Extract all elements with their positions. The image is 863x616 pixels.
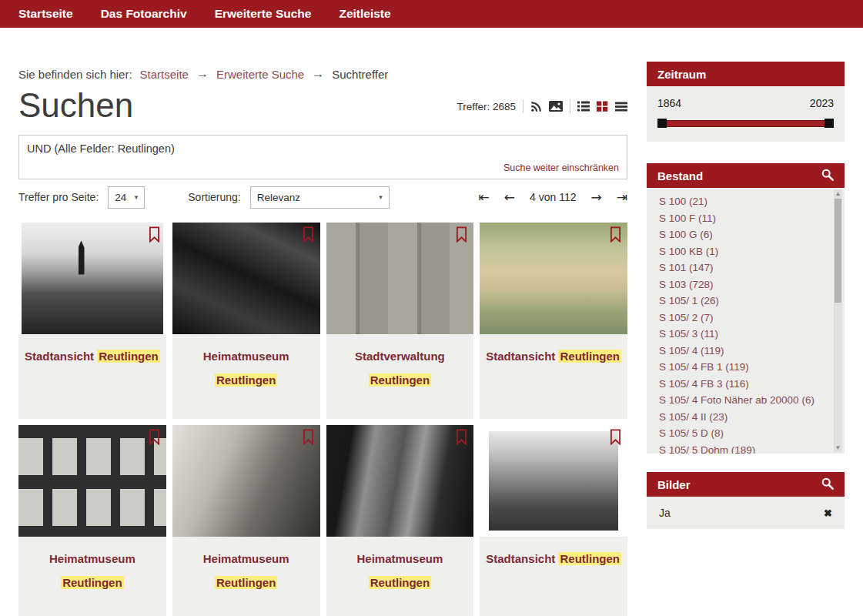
bestand-facet-item[interactable]: S 100 KB (1) [659,243,828,260]
caption-text: Heimatmuseum [331,552,470,567]
first-page-button[interactable]: ⇤ [479,191,490,204]
result-photo[interactable] [18,425,166,537]
photo-area [172,223,320,334]
bestand-facet-item[interactable]: S 105/ 4 FB 3 (116) [659,376,828,393]
bookmark-icon[interactable] [455,429,468,448]
bestand-facet-item[interactable]: S 105/ 5 D (8) [659,425,828,442]
result-photo[interactable] [22,223,163,334]
bestand-header: Bestand [647,163,845,188]
bestand-facet-item[interactable]: S 105/ 4 II (23) [659,409,828,426]
zeitraum-min-year: 1864 [657,97,681,109]
bilder-title: Bilder [657,478,691,491]
scrollbar[interactable]: ▲ ▼ [834,189,842,452]
bestand-facet-item[interactable]: S 105/ 5 Dohm (189) [659,442,828,454]
bilder-panel: Bilder Ja ✖ [647,472,845,529]
result-tile[interactable]: Heimatmuseum Reutlingen [18,425,166,616]
result-photo[interactable] [326,425,474,537]
result-tile[interactable]: Heimatmuseum Reutlingen [172,425,320,616]
next-page-button[interactable]: → [591,191,602,204]
result-tile[interactable]: Stadtansicht Reutlingen [480,223,627,419]
caption-highlight: Reutlingen [215,576,278,589]
caption-text: Heimatmuseum [23,552,162,567]
scrollbar-thumb[interactable] [835,199,841,303]
result-caption: Heimatmuseum Reutlingen [172,334,320,419]
bestand-facet-item[interactable]: S 105/ 4 Foto Näher ab 20000 (6) [659,392,828,409]
zeitraum-title: Zeitraum [657,68,706,81]
bestand-facet-item[interactable]: S 100 F (11) [659,210,828,227]
breadcrumb-link-erweiterte-suche[interactable]: Erweiterte Suche [216,68,304,81]
result-photo[interactable] [172,425,320,537]
nav-item[interactable]: Zeitleiste [339,7,390,21]
bestand-facet-item[interactable]: S 105/ 4 FB 1 (119) [659,359,828,376]
bestand-facet-item[interactable]: S 100 (21) [659,193,828,210]
bestand-facet-item[interactable]: S 105/ 1 (26) [659,293,828,310]
previous-page-button[interactable]: ← [504,191,515,204]
rows-view-icon[interactable] [615,102,627,112]
scroll-down-icon[interactable]: ▼ [834,444,842,452]
zeitraum-slider-handle-max[interactable] [825,119,834,128]
grid-view-icon[interactable] [597,101,608,112]
breadcrumb-link-startseite[interactable]: Startseite [140,68,189,81]
bestand-facet-item[interactable]: S 103 (728) [659,276,828,293]
bestand-facet-item[interactable]: S 105/ 2 (7) [659,310,828,326]
result-tile[interactable]: Stadtansicht Reutlingen [18,223,166,419]
zeitraum-slider-track[interactable] [657,120,834,127]
bestand-facet-item[interactable]: S 105/ 4 (119) [659,343,828,360]
toolbar-divider [570,99,570,113]
list-view-icon[interactable] [577,101,590,112]
bestand-facet-item[interactable]: S 101 (147) [659,259,828,276]
bookmark-icon[interactable] [609,429,622,448]
photo-area [18,425,166,537]
nav-item[interactable]: Das Fotoarchiv [101,7,187,21]
result-photo[interactable] [172,223,320,334]
search-icon[interactable] [821,169,834,183]
result-tile[interactable]: Heimatmuseum Reutlingen [172,223,320,419]
caption-text: Stadtansicht [486,350,555,363]
nav-item[interactable]: Startseite [18,7,73,21]
bestand-facet-item[interactable]: S 100 G (6) [659,226,828,243]
result-caption: Heimatmuseum Reutlingen [18,537,166,616]
bookmark-icon[interactable] [302,226,315,246]
result-caption: Stadtansicht Reutlingen [480,334,627,419]
result-photo[interactable] [480,223,627,334]
bookmark-icon[interactable] [302,429,315,448]
last-page-button[interactable]: ⇥ [617,191,627,204]
remove-filter-icon[interactable]: ✖ [824,507,832,519]
bestand-title: Bestand [657,169,703,182]
bookmark-icon[interactable] [148,429,161,448]
nav-item[interactable]: Erweiterte Suche [215,7,312,21]
result-photo[interactable] [326,223,474,334]
bookmark-icon[interactable] [455,226,468,246]
photo-area [326,425,474,537]
bestand-panel: Bestand S 100 (21)S 100 F (11)S 100 G (6… [647,163,845,454]
result-tile[interactable]: Stadtansicht Reutlingen [480,425,627,616]
result-tile[interactable]: Heimatmuseum Reutlingen [326,425,474,616]
zeitraum-slider-handle-min[interactable] [657,119,667,128]
result-caption: Stadtverwaltung Reutlingen [326,334,474,419]
facet-sidebar: Zeitraum 1864 2023 Bestand [647,62,845,616]
result-caption: Stadtansicht Reutlingen [480,537,627,616]
results-grid: Stadtansicht Reutlingen Heimatmuseum Reu… [18,223,627,616]
image-icon[interactable] [549,101,563,112]
bestand-list: S 100 (21)S 100 F (11)S 100 G (6)S 100 K… [647,188,845,454]
rss-icon[interactable] [530,101,542,112]
scroll-up-icon[interactable]: ▲ [834,189,842,198]
bestand-facet-item[interactable]: S 105/ 3 (11) [659,326,828,343]
bookmark-icon[interactable] [609,226,622,246]
top-navigation: StartseiteDas FotoarchivErweiterte Suche… [0,0,863,28]
sort-select[interactable]: Relevanz ▾ [250,186,390,209]
results-controls: Treffer pro Seite: 24 ▾ Sortierung: Rele… [18,186,627,209]
search-icon[interactable] [821,477,834,492]
bookmark-icon[interactable] [148,226,161,246]
photo-area [480,223,627,334]
per-page-select[interactable]: 24 ▾ [108,186,145,209]
chevron-down-icon: ▾ [135,193,139,201]
photo-area [326,223,474,334]
refine-search-link[interactable]: Suche weiter einschränken [503,162,619,173]
caption-highlight: Reutlingen [215,373,278,387]
caption-text: Stadtansicht [25,350,94,363]
sort-label: Sortierung: [188,191,240,203]
caption-highlight: Reutlingen [369,576,432,589]
result-photo[interactable] [489,431,618,531]
result-tile[interactable]: Stadtverwaltung Reutlingen [326,223,474,419]
